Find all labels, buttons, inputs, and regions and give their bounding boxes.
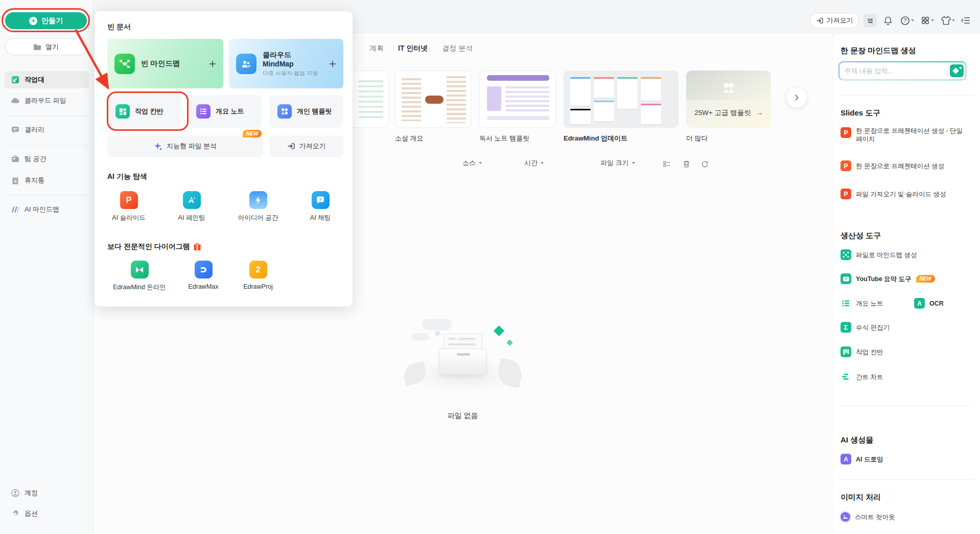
tshirt-icon [941,16,951,25]
template-card-edrawmind-update[interactable] [564,71,679,128]
slides-item-single-page[interactable]: P 한 문장으로 프레젠테이션 생성 - 단일 페이지 [841,127,975,143]
prod-item-label: 간트 차트 [856,373,883,381]
template-card-novel-outline[interactable] [395,71,472,128]
collapse-panel-button[interactable] [960,14,972,27]
popup-import-label: 가져오기 [299,142,326,151]
open-button[interactable]: 열기 [5,38,87,55]
team-space-icon [11,155,19,163]
outline-note-tile[interactable]: 개요 노트 [188,95,262,128]
template-card-premium[interactable]: 25W+ 고급 템플릿 → [686,71,771,128]
sparkle-green-large [493,326,504,336]
prod-item-gantt[interactable]: 간트 차트 [841,372,975,382]
prod-item-ocr[interactable]: A OCR [914,298,975,309]
slides-item-presentation[interactable]: P 한 문장으로 프레젠테이션 생성 [841,160,975,171]
prod-item-youtube-summary[interactable]: YouTube 요약 도구 NEW [841,273,975,284]
template-card-reading-note[interactable] [479,71,556,128]
ppt-icon: P [841,127,851,138]
prod-item-formula-editor[interactable]: Σ 수식 편집기 [841,322,975,333]
filter-source[interactable]: 소스 [462,158,482,168]
question-icon: ? [900,16,910,26]
apps-menu-button[interactable] [919,14,936,27]
caret-down-icon [479,162,482,164]
mini-card [641,77,661,101]
kanban-tile[interactable]: 작업 칸반 [107,95,181,128]
sidebar-item-workbench[interactable]: 작업대 [4,71,89,88]
ai-drawing-icon: A [841,454,851,465]
ocr-icon: A [914,298,925,309]
sidebar-item-label: 작업대 [25,75,44,84]
edrawproj-icon: 2 [249,261,267,278]
notifications-button[interactable] [882,14,894,27]
cloud-mindmap-card[interactable]: 클라우드 MindMap 다중 사용자 협업 지원 + [229,39,343,88]
smart-file-analysis-label: 지능형 파일 분석 [167,142,217,151]
help-menu-button[interactable]: ? [898,14,916,27]
sidebar-item-options[interactable]: 옵션 [4,505,89,522]
thumb-left-block [487,86,501,111]
productivity-tools-title: 생산성 도구 [841,231,881,241]
edrawproj-item[interactable]: 2 EdrawProj [225,261,291,290]
tab-it-internet[interactable]: IT 인터넷 [398,44,428,53]
sidebar-item-trash[interactable]: 휴지통 [4,172,89,189]
sidebar-item-ai-mindmap[interactable]: AI 마인드맵 [4,201,89,218]
caret-down-icon [911,19,914,21]
app-button-label: 앱 [868,17,873,25]
collapse-list-icon [961,16,970,25]
topbar-import-button[interactable]: 가져오기 [810,13,859,28]
trash-button[interactable] [681,159,691,169]
ai-painting-item[interactable]: AI 페인팅 [161,191,222,222]
trash-icon [683,160,690,168]
personal-template-tile[interactable]: 개인 템플릿 [269,95,343,128]
sidebar-item-label: 휴지통 [25,176,44,185]
filter-file-size[interactable]: 파일 크기 [600,158,635,168]
topbar-app-button[interactable]: 앱 [864,14,877,27]
outline-note-icon [841,298,851,309]
slides-item-import-file[interactable]: P 파일 가져오기 및 슬라이드 생성 [841,189,975,199]
cloud-collab-icon [236,54,256,74]
plus-icon: + [209,57,216,71]
smart-cutout-item[interactable]: 스마트 컷아웃 [841,512,975,522]
templates-next-button[interactable] [786,87,807,108]
ai-slides-label: AI 슬라이드 [112,214,145,222]
sidebar-item-cloud-files[interactable]: 클라우드 파일 [4,92,89,109]
mindmap-topic-input[interactable] [845,62,942,80]
open-button-label: 열기 [45,42,59,52]
cloud-shape [422,319,452,330]
blank-mindmap-card[interactable]: 빈 마인드맵 + [107,39,223,88]
caret-down-icon [931,19,934,21]
ai-features-section-title: AI 기능 탐색 [107,172,147,181]
sidebar-item-account[interactable]: 계정 [4,484,89,502]
ai-slides-icon: P [120,191,138,209]
mini-card [617,77,638,109]
kanban-icon [115,104,130,119]
prod-item-file-to-mindmap[interactable]: 파일로 마인드맵 생성 [841,249,975,260]
list-view-toggle[interactable] [662,159,672,169]
generate-mindmap-button[interactable] [950,64,964,77]
ai-drawing-item[interactable]: A AI 드로잉 [841,454,975,465]
ppt-import-icon: P [841,189,851,199]
prod-item-kanban[interactable]: 작업 칸반 [841,346,975,357]
filter-size-label: 파일 크기 [600,158,629,168]
divider [838,95,974,96]
sidebar-item-team-space[interactable]: 팀 공간 [4,150,89,168]
smart-file-analysis-button[interactable]: 지능형 파일 분석 [107,135,263,157]
create-button[interactable]: + 만들기 [5,12,87,29]
tab-decision-analysis[interactable]: 결정 분석 [442,44,473,53]
paper-line [458,338,476,340]
sidebar-item-gallery[interactable]: 갤러리 [4,121,89,138]
ai-slides-item[interactable]: P AI 슬라이드 [98,191,159,222]
popup-import-button[interactable]: 가져오기 [269,135,343,157]
prod-item-label: 수식 편집기 [856,323,890,332]
import-icon [816,17,824,25]
image-processing-title: 이미지 처리 [841,493,881,502]
theme-menu-button[interactable] [939,14,956,27]
kanban-tile-label: 작업 칸반 [135,107,164,116]
idea-space-item[interactable]: 아이디어 공간 [227,191,289,222]
smart-cutout-icon [841,512,850,522]
template-label-update: EdrawMind 업데이트 [564,134,627,143]
refresh-button[interactable] [699,159,710,169]
ai-chat-item[interactable]: ? AI 채팅 [290,191,351,222]
filter-time[interactable]: 시간 [524,158,544,168]
edrawmind-online-item[interactable]: EdrawMind 온라인 [106,261,173,292]
divider [5,116,88,117]
tab-plan[interactable]: 계획 [369,44,384,53]
